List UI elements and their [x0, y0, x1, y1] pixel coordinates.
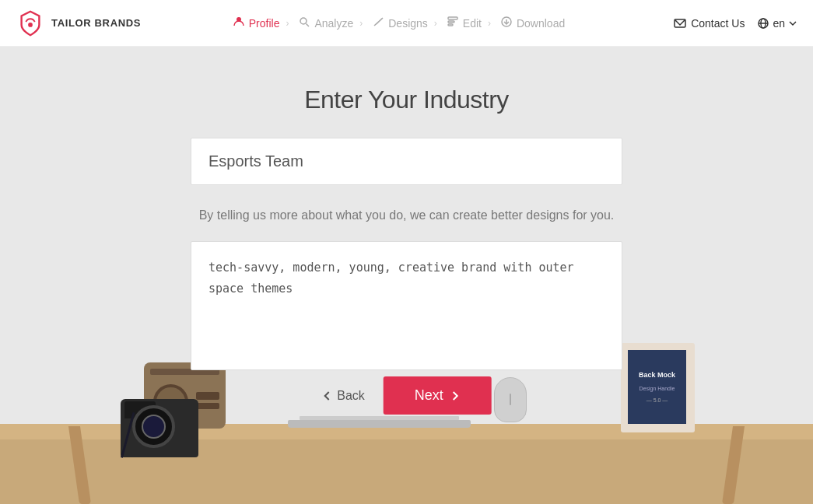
contact-us-button[interactable]: Contact Us: [674, 17, 745, 30]
contact-label: Contact Us: [691, 17, 745, 30]
next-button[interactable]: Next: [384, 376, 492, 415]
navbar: TAILOR BRANDS Profile › Analyze › Design…: [0, 0, 813, 47]
analyze-icon: [298, 16, 310, 31]
nav-step-designs[interactable]: Designs ›: [367, 16, 442, 31]
step-arrow-1: ›: [286, 18, 289, 29]
next-label: Next: [415, 387, 443, 404]
svg-line-4: [374, 18, 383, 26]
profile-icon: [233, 16, 245, 31]
next-chevron-icon: [450, 390, 461, 401]
mail-icon: [674, 17, 686, 30]
nav-step-profile[interactable]: Profile ›: [228, 16, 294, 31]
back-button[interactable]: Back: [321, 389, 365, 403]
nav-step-designs-label: Designs: [388, 17, 428, 30]
edit-icon: [447, 16, 459, 31]
svg-point-2: [300, 18, 307, 24]
nav-steps: Profile › Analyze › Designs › Edit ›: [156, 16, 642, 31]
globe-icon: [757, 17, 769, 30]
page-title: Enter Your Industry: [304, 86, 509, 114]
industry-input[interactable]: [209, 152, 604, 170]
nav-step-download[interactable]: Download: [496, 16, 569, 31]
logo-text: TAILOR BRANDS: [51, 17, 141, 30]
nav-step-analyze-label: Analyze: [314, 17, 353, 30]
mouse-item: [494, 377, 527, 422]
description-box: tech-savvy, modern, young, creative bran…: [191, 241, 622, 370]
nav-step-edit-label: Edit: [463, 17, 482, 30]
nav-step-edit[interactable]: Edit ›: [442, 16, 496, 31]
download-icon: [500, 16, 513, 31]
back-label: Back: [337, 389, 365, 403]
nav-step-analyze[interactable]: Analyze ›: [293, 16, 367, 31]
svg-point-0: [28, 23, 33, 27]
industry-input-wrapper: [191, 138, 622, 185]
nav-step-download-label: Download: [517, 17, 565, 30]
step-arrow-2: ›: [359, 18, 363, 29]
subtitle-text: By telling us more about what you do, we…: [199, 208, 615, 222]
laptop-keyboard: [300, 416, 459, 420]
designs-icon: [372, 16, 384, 31]
main-content: Enter Your Industry By telling us more a…: [0, 47, 813, 370]
svg-rect-5: [448, 17, 457, 19]
chevron-down-icon: [788, 19, 797, 28]
nav-right: Contact Us en: [642, 17, 797, 30]
camera-item: [121, 380, 210, 457]
language-selector[interactable]: en: [757, 17, 797, 30]
svg-rect-7: [448, 24, 453, 26]
step-arrow-4: ›: [488, 18, 491, 29]
logo[interactable]: TAILOR BRANDS: [16, 9, 156, 38]
nav-step-profile-label: Profile: [249, 17, 280, 30]
step-arrow-3: ›: [434, 18, 437, 29]
description-textarea[interactable]: tech-savvy, modern, young, creative bran…: [209, 257, 604, 351]
svg-rect-6: [448, 21, 454, 23]
laptop-base: [288, 420, 471, 428]
back-chevron-icon: [321, 390, 332, 401]
svg-line-3: [307, 23, 310, 26]
lang-label: en: [773, 17, 785, 30]
nav-buttons: Back Next: [321, 376, 492, 415]
